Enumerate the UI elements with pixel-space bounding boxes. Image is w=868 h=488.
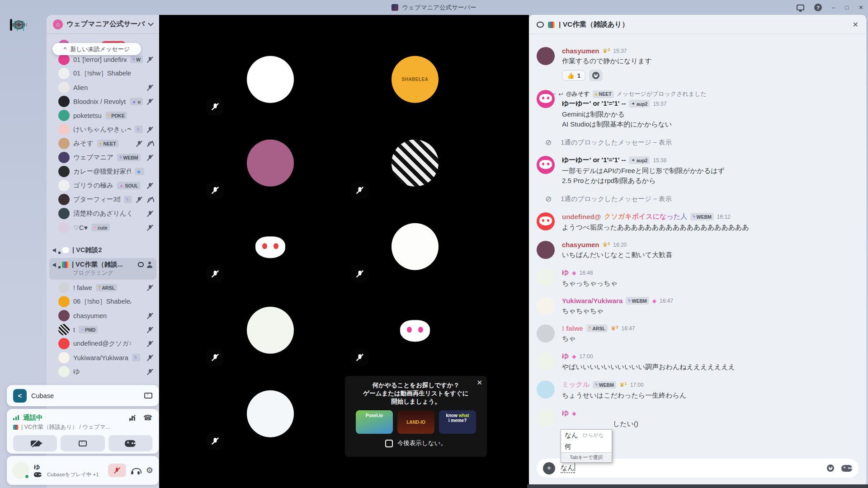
reaction-chip[interactable]: 👍1	[562, 70, 585, 81]
video-tile[interactable]	[199, 376, 341, 457]
close-icon[interactable]: ✕	[476, 379, 482, 387]
author-name-gradient[interactable]: クソガキボイスになった人	[604, 212, 687, 221]
close-button[interactable]: ✕	[859, 0, 863, 15]
gamepad-icon[interactable]	[841, 465, 852, 472]
channel-vc-work[interactable]: | VC作業（雑談... プログラミング	[49, 258, 156, 280]
voice-member-row[interactable]: ♡C♥ ♥cute	[47, 221, 159, 235]
minimize-button[interactable]: –	[832, 0, 835, 15]
chat-message[interactable]: ⊘ ↩ @みそす ●NEET メッセージがブロックされました ゆー	[537, 90, 859, 129]
video-tile[interactable]	[344, 292, 486, 373]
avatar[interactable]	[537, 47, 555, 65]
video-tile[interactable]	[199, 209, 341, 290]
avatar[interactable]	[537, 409, 555, 427]
promo-game-knowwhatimeme[interactable]: know whati meme?	[439, 410, 476, 434]
chat-message[interactable]: ⊘ ● chasyumen	[537, 47, 859, 81]
video-tile[interactable]	[199, 125, 341, 206]
avatar[interactable]	[537, 297, 555, 315]
call-channel-link[interactable]: | VC作業（雑談あり） / ウェブマ...	[21, 423, 110, 431]
voice-member-row[interactable]: みそす ●NEET	[47, 136, 159, 150]
close-icon[interactable]: ✕	[853, 20, 859, 29]
voice-member-row[interactable]: 清楚枠のあざりんくん@...	[47, 206, 159, 221]
avatar[interactable]	[537, 268, 555, 286]
server-icon[interactable]: ◆	[9, 15, 29, 35]
video-tile[interactable]	[344, 209, 486, 290]
author-name[interactable]: ! falwe	[562, 324, 583, 332]
avatar[interactable]	[537, 90, 555, 108]
camera-button[interactable]	[13, 435, 57, 451]
help-icon[interactable]: ?	[814, 4, 822, 11]
voice-member-row[interactable]: けいちゃんやきぃ〜〜 ϟ	[47, 122, 159, 136]
voice-member-row[interactable]: ウェブマニア ϟWEBM	[47, 150, 159, 164]
video-tile[interactable]	[199, 292, 341, 373]
activity-button[interactable]	[108, 435, 152, 451]
maximize-button[interactable]: □	[845, 0, 849, 15]
attach-plus-button[interactable]: +	[543, 462, 555, 474]
author-name[interactable]: undefined@	[562, 213, 601, 221]
chat-message[interactable]: ⊘ ● ゆ	[537, 268, 859, 288]
author-name[interactable]: ゆ	[562, 409, 569, 418]
stream-app-icon[interactable]	[144, 393, 152, 399]
chat-message[interactable]: ⊘ ● ゆ	[537, 409, 859, 429]
channel-vc-chat2[interactable]: | VC雑談2	[47, 243, 159, 257]
chat-message[interactable]: ⊘ ● ! falwe	[537, 324, 859, 343]
chat-message[interactable]: ⊘ 1通のブロックしたメッセージ − 表示 ●	[537, 138, 859, 147]
chat-message[interactable]: ⊘ ● undefined@ クソガ	[537, 212, 859, 232]
avatar[interactable]	[537, 380, 555, 399]
add-reaction-button[interactable]	[589, 70, 603, 81]
voice-member-row[interactable]: ! falwe †ARSL	[47, 281, 159, 295]
author-name[interactable]: ゆーゆー' or '1'='1' --	[562, 99, 626, 108]
members-icon[interactable]	[146, 262, 153, 268]
avatar[interactable]	[537, 241, 555, 259]
emoji-picker-icon[interactable]	[827, 465, 834, 472]
mic-mute-button[interactable]	[108, 464, 126, 477]
video-tile[interactable]	[344, 125, 486, 206]
headphones-icon[interactable]	[132, 468, 141, 474]
avatar[interactable]	[537, 324, 555, 343]
voice-member-row[interactable]: Alien	[47, 80, 159, 94]
voice-member-row[interactable]: ゆ	[47, 365, 159, 379]
message-input[interactable]: なん	[561, 463, 575, 473]
promo-game-poxelio[interactable]: Poxel.io	[356, 410, 393, 434]
author-name[interactable]: Yukiwara/Yukiwara	[562, 297, 623, 305]
avatar[interactable]	[537, 352, 555, 370]
video-tile[interactable]: SHABELEA	[344, 42, 486, 122]
dont-show-again-checkbox[interactable]	[385, 440, 393, 447]
gear-icon[interactable]: ⚙	[146, 465, 153, 475]
ime-candidate-1[interactable]: なん ひらがな	[561, 430, 612, 441]
author-name[interactable]: ゆーゆー' or '1'='1' --	[562, 156, 626, 164]
server-header[interactable]: ⌂ ウェブマニア公式サーバー	[47, 15, 159, 34]
avatar[interactable]	[537, 156, 555, 174]
reply-context[interactable]: ↩ @みそす ●NEET メッセージがブロックされました	[562, 90, 859, 98]
chat-message[interactable]: ⊘ ● chasyumen	[537, 241, 859, 260]
voice-member-row[interactable]: 06［!sho］ShabeleA	[47, 295, 159, 309]
voice-member-row[interactable]: poketetsu ϟPOKE	[47, 108, 159, 122]
chat-message[interactable]: ⊘ ● Yukiwara/Yukiwara	[537, 297, 859, 316]
screenshare-button[interactable]	[61, 435, 104, 451]
chat-message[interactable]: ⊘ 1通のブロックしたメッセージ − 表示 ●	[537, 194, 859, 204]
chat-message[interactable]: ⊘ ● ゆーゆー' or '1'='1' --	[537, 156, 859, 186]
hangup-icon[interactable]: ☎	[143, 413, 152, 422]
chat-message[interactable]: ⊘ ● ゆ	[537, 352, 859, 372]
voice-activity-off-icon[interactable]	[129, 415, 136, 421]
voice-member-row[interactable]: ゴリラの極み ▲SOUL	[47, 178, 159, 192]
ime-candidate-2[interactable]: 何	[561, 441, 612, 452]
voice-member-row[interactable]: Yukiwara/Yukiwara ϟ	[47, 351, 159, 365]
author-name[interactable]: ミックル	[562, 380, 590, 389]
voice-member-row[interactable]: chasyumen	[47, 309, 159, 323]
voice-member-row[interactable]: Bloodnix / Revolyth ▲u	[47, 94, 159, 108]
screenshare-indicator-icon[interactable]	[797, 5, 804, 10]
author-name[interactable]: chasyumen	[562, 47, 599, 55]
voice-member-row[interactable]: undefined@クソガキボ...	[47, 337, 159, 351]
chat-message[interactable]: ⊘ ● ミックル	[537, 380, 859, 400]
author-name[interactable]: chasyumen	[562, 241, 599, 249]
reply-user[interactable]: @みそす	[566, 90, 590, 98]
avatar[interactable]	[537, 212, 555, 230]
user-avatar[interactable]	[12, 462, 29, 479]
voice-member-row[interactable]: ブターフィー3世 ϟ	[47, 192, 159, 206]
author-name[interactable]: ゆ	[562, 268, 569, 277]
chat-icon[interactable]	[138, 262, 144, 267]
promo-game-landio[interactable]: LAND-IO	[397, 410, 434, 434]
voice-member-row[interactable]: カレー@猫愛好家代表 ◆	[47, 164, 159, 178]
new-unread-pill[interactable]: ^ 新しい未読メッセージ	[52, 43, 141, 55]
author-name[interactable]: ゆ	[562, 352, 569, 361]
